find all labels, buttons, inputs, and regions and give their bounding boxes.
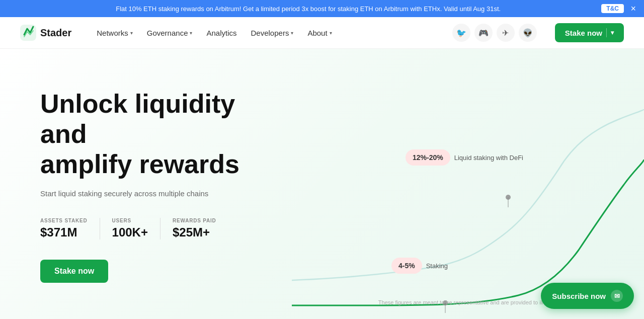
stat-users-value: 100K+ bbox=[112, 225, 148, 240]
logo[interactable]: Stader bbox=[20, 25, 71, 41]
logo-text: Stader bbox=[40, 27, 71, 39]
stat-assets-label: ASSETS STAKED bbox=[40, 218, 88, 223]
nav-networks[interactable]: Networks ▾ bbox=[91, 25, 139, 41]
twitter-icon[interactable]: 🐦 bbox=[452, 24, 470, 42]
tooltip-upper-desc: Liquid staking with DeFi bbox=[454, 154, 523, 162]
stat-rewards-label: REWARDS PAID bbox=[173, 218, 216, 223]
subscribe-button[interactable]: Subscribe now ✉ bbox=[541, 283, 634, 309]
stat-assets-staked: ASSETS STAKED $371M bbox=[40, 218, 100, 240]
hero-subtitle: Start liquid staking securely across mul… bbox=[40, 189, 262, 198]
stat-users-label: USERS bbox=[112, 218, 148, 223]
discord-icon[interactable]: 🎮 bbox=[474, 24, 493, 42]
subscribe-label: Subscribe now bbox=[552, 292, 606, 300]
chevron-down-icon: ▾ bbox=[330, 30, 332, 36]
banner-text: Flat 10% ETH staking rewards on Arbitrum… bbox=[20, 5, 596, 13]
tooltip-upper-range: 12%-20% bbox=[406, 149, 450, 166]
stat-rewards-value: $25M+ bbox=[173, 225, 216, 240]
hero-content: Unlock liquidity and amplify rewards Sta… bbox=[0, 49, 302, 303]
social-links: 🐦 🎮 ✈ 👽 bbox=[452, 24, 537, 42]
announcement-banner: Flat 10% ETH staking rewards on Arbitrum… bbox=[0, 0, 644, 17]
chevron-down-icon: ▾ bbox=[130, 30, 133, 36]
chevron-down-icon: ▾ bbox=[611, 29, 614, 36]
chart-area: 12%-20% Liquid staking with DeFi 4-5% St… bbox=[292, 49, 644, 319]
stat-users: USERS 100K+ bbox=[112, 218, 160, 240]
stats-row: ASSETS STAKED $371M USERS 100K+ REWARDS … bbox=[40, 218, 262, 240]
stat-assets-value: $371M bbox=[40, 225, 88, 240]
divider bbox=[606, 28, 607, 37]
tc-button[interactable]: T&C bbox=[601, 4, 624, 13]
nav-about[interactable]: About ▾ bbox=[301, 25, 338, 41]
hero-title: Unlock liquidity and amplify rewards bbox=[40, 89, 262, 179]
tooltip-lower-range: 4-5% bbox=[391, 258, 422, 274]
nav-governance[interactable]: Governance ▾ bbox=[141, 25, 199, 41]
chevron-down-icon: ▾ bbox=[190, 30, 192, 36]
telegram-icon[interactable]: ✈ bbox=[497, 24, 515, 42]
chevron-down-icon: ▾ bbox=[291, 30, 293, 36]
tooltip-lower-desc: Staking bbox=[426, 262, 448, 270]
hero-section: Unlock liquidity and amplify rewards Sta… bbox=[0, 49, 644, 319]
tooltip-upper: 12%-20% Liquid staking with DeFi bbox=[406, 149, 523, 166]
nav-analytics[interactable]: Analytics bbox=[200, 25, 243, 41]
stader-logo-icon bbox=[20, 25, 36, 41]
hero-stake-button[interactable]: Stake now bbox=[40, 260, 108, 283]
banner-close-button[interactable]: × bbox=[630, 4, 636, 13]
nav-developers[interactable]: Developers ▾ bbox=[245, 25, 300, 41]
navbar: Stader Networks ▾ Governance ▾ Analytics… bbox=[0, 17, 644, 49]
nav-links: Networks ▾ Governance ▾ Analytics Develo… bbox=[91, 25, 438, 41]
tooltip-lower: 4-5% Staking bbox=[391, 258, 448, 274]
subscribe-icon: ✉ bbox=[611, 290, 623, 302]
reddit-icon[interactable]: 👽 bbox=[519, 24, 537, 42]
stat-rewards: REWARDS PAID $25M+ bbox=[173, 218, 228, 240]
stake-now-button[interactable]: Stake now ▾ bbox=[555, 23, 624, 42]
rewards-chart bbox=[292, 49, 644, 319]
